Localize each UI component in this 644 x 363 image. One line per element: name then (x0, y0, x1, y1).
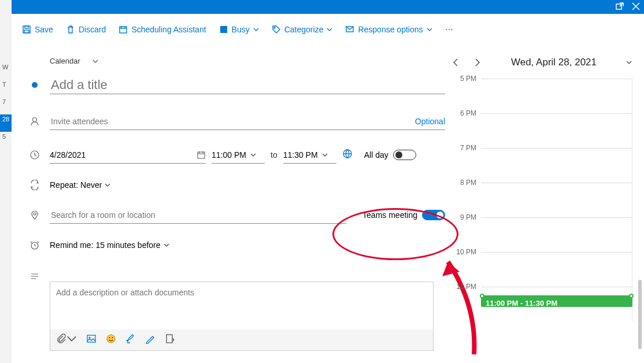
emoji-button[interactable] (106, 334, 116, 346)
highlight-button[interactable] (125, 334, 136, 346)
location-input[interactable] (50, 210, 346, 220)
titlebar (12, 0, 644, 14)
template-button[interactable] (165, 334, 175, 346)
teams-meeting-label: Teams meeting (362, 210, 417, 220)
hour-row: 10 PM (456, 252, 632, 287)
svg-rect-2 (25, 26, 28, 28)
to-label: to (271, 150, 277, 160)
svg-rect-14 (87, 335, 95, 342)
remind-value: 15 minutes before (95, 240, 160, 250)
svg-point-12 (34, 213, 36, 215)
end-time-picker[interactable]: 11:30 PM (283, 146, 336, 164)
timezone-icon[interactable] (342, 149, 353, 161)
busy-label: Busy (232, 25, 250, 34)
repeat-prefix: Repeat: (50, 180, 78, 190)
day-preview-panel: Wed, April 28, 2021 11 PM10 PM9 PM8 PM7 … (451, 45, 644, 363)
image-button[interactable] (86, 334, 97, 346)
teams-meeting-toggle[interactable] (422, 210, 445, 220)
hour-row: 5 PM (456, 79, 632, 113)
response-label: Response options (358, 25, 423, 34)
hour-row: 9 PM (456, 217, 632, 252)
categorize-label: Categorize (284, 25, 324, 34)
calendar-icon (197, 150, 206, 160)
date-value: 4/28/2021 (50, 150, 86, 160)
popout-icon[interactable] (615, 2, 624, 13)
background-app-strip: WT7285 (0, 0, 12, 363)
hour-cell[interactable] (481, 252, 632, 287)
preview-date: Wed, April 28, 2021 (511, 57, 597, 68)
optional-button[interactable]: Optional (415, 117, 445, 126)
hour-label: 5 PM (456, 75, 481, 109)
busy-dropdown[interactable]: Busy (219, 25, 259, 34)
svg-point-15 (89, 337, 91, 339)
calendar-color-dot (32, 82, 38, 88)
svg-point-16 (107, 335, 115, 343)
end-time-value: 11:30 PM (283, 150, 318, 160)
categorize-dropdown[interactable]: Categorize (272, 25, 333, 34)
start-time-picker[interactable]: 11:00 PM (212, 146, 265, 164)
discard-button[interactable]: Discard (66, 25, 106, 34)
svg-rect-4 (120, 27, 127, 33)
hour-label: 7 PM (456, 144, 481, 179)
start-time-value: 11:00 PM (212, 150, 246, 160)
discard-label: Discard (79, 25, 106, 34)
svg-point-6 (274, 27, 275, 28)
next-day-button[interactable] (472, 57, 482, 68)
svg-rect-19 (166, 335, 172, 343)
repeat-value: Never (80, 180, 102, 190)
hour-label: 11 PM (456, 283, 481, 317)
hour-row: 8 PM (456, 183, 632, 217)
chevron-down-icon[interactable] (92, 58, 99, 65)
hour-label: 6 PM (456, 109, 481, 144)
close-icon[interactable] (631, 2, 641, 13)
scheduling-assistant-button[interactable]: Scheduling Assistant (119, 25, 206, 34)
svg-rect-5 (220, 26, 227, 33)
hour-cell[interactable] (481, 113, 632, 148)
svg-rect-10 (198, 152, 205, 158)
chevron-down-icon[interactable] (626, 59, 632, 66)
description-icon (29, 266, 40, 281)
hour-cell[interactable] (481, 217, 632, 252)
attendees-input[interactable] (50, 116, 410, 127)
reminder-icon (29, 240, 40, 250)
date-picker[interactable]: 4/28/2021 (50, 146, 206, 164)
hour-row: 7 PM (456, 148, 632, 183)
description-input[interactable] (50, 282, 433, 329)
repeat-icon (29, 180, 40, 190)
response-options-dropdown[interactable]: Response options (345, 25, 432, 34)
save-label: Save (35, 25, 53, 34)
event-block[interactable]: 11:00 PM - 11:30 PM (481, 295, 632, 307)
scheduling-label: Scheduling Assistant (131, 25, 206, 34)
location-icon (29, 210, 40, 220)
event-form: Calendar Optional 4/28/2021 (12, 45, 451, 363)
remind-prefix: Remind me: (50, 240, 93, 250)
repeat-dropdown[interactable]: Repeat: Never (50, 180, 111, 190)
svg-rect-3 (24, 30, 29, 33)
hour-row: 6 PM (456, 113, 632, 148)
description-box (50, 281, 434, 351)
calendar-breadcrumb[interactable]: Calendar (50, 57, 80, 65)
hour-label: 10 PM (456, 248, 481, 283)
clock-icon (29, 150, 40, 160)
svg-point-17 (109, 337, 110, 338)
more-button[interactable]: ⋯ (445, 25, 454, 34)
attach-button[interactable] (56, 334, 77, 346)
hour-label: 8 PM (456, 179, 481, 213)
hour-grid[interactable]: 11 PM10 PM9 PM8 PM7 PM6 PM5 PM 11:00 PM … (456, 79, 632, 333)
all-day-toggle[interactable] (393, 150, 416, 160)
save-button[interactable]: Save (22, 25, 53, 34)
svg-point-8 (33, 118, 37, 122)
hour-cell[interactable] (481, 148, 632, 183)
all-day-label: All day (364, 150, 388, 160)
reminder-dropdown[interactable]: Remind me: 15 minutes before (50, 240, 170, 250)
title-input[interactable] (50, 77, 445, 93)
prev-day-button[interactable] (451, 57, 461, 68)
command-toolbar: Save Discard Scheduling Assistant Busy C… (12, 14, 644, 45)
people-icon (29, 116, 40, 127)
scrollbar[interactable] (638, 280, 642, 349)
hour-cell[interactable] (481, 183, 632, 217)
hour-label: 9 PM (456, 213, 481, 248)
pen-button[interactable] (145, 334, 156, 346)
svg-point-18 (112, 337, 113, 338)
hour-cell[interactable] (481, 79, 632, 113)
